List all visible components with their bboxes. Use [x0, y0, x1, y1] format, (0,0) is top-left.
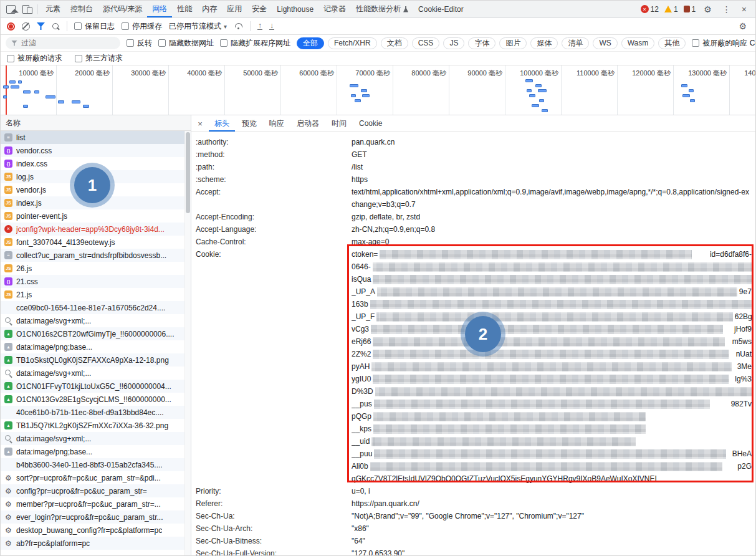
network-overview[interactable]: 10000 毫秒20000 毫秒30000 毫秒40000 毫秒50000 毫秒… — [1, 65, 755, 115]
request-list-scrollbar[interactable] — [184, 131, 191, 556]
request-row[interactable]: JSpointer-event.js — [1, 209, 191, 223]
request-row[interactable]: ⚙member?pr=ucpro&fr=pc&uc_param_str=... — [1, 497, 191, 510]
request-row[interactable]: ▲data:image/png;base... — [1, 445, 191, 458]
throttling-select[interactable]: 已停用节流模式 ▾ — [169, 21, 227, 32]
request-row[interactable]: {}vendor.css — [1, 144, 191, 157]
request-name: ab?fr=pc&platform=pc — [16, 539, 90, 548]
preserve-log-checkbox[interactable]: 保留日志 — [74, 21, 115, 32]
request-row[interactable]: data:image/svg+xml;... — [1, 432, 191, 445]
scrollbar-thumb[interactable] — [186, 132, 190, 213]
invert-checkbox[interactable]: 反转 — [127, 38, 152, 49]
hide-extension-urls-checkbox[interactable]: 隐藏扩展程序网址 — [220, 38, 290, 49]
tab-记录器[interactable]: 记录器 — [318, 1, 351, 17]
name-column-header[interactable]: 名称 — [1, 115, 191, 131]
details-tab-时间[interactable]: 时间 — [326, 115, 352, 132]
filter-input[interactable] — [21, 39, 115, 47]
request-row[interactable]: JSvendor.js — [1, 183, 191, 196]
request-row[interactable]: ▲O1CN016s2CBT20wfGimyTje_!!6000000006...… — [1, 327, 191, 340]
request-row[interactable]: JSlog.js — [1, 170, 191, 183]
tab-内存[interactable]: 内存 — [197, 1, 222, 17]
filter-input-box[interactable] — [6, 37, 120, 49]
request-row[interactable]: ▲TB1oSkstQL0gK0jSZFAXXcA9pXa-12-18.png — [1, 353, 191, 367]
request-row[interactable]: ▲O1CN01FFvyT01kjLtoUxG5C_!!6000000004... — [1, 380, 191, 393]
request-row[interactable]: JS21.js — [1, 288, 191, 301]
request-row[interactable]: 40ce61b0-b71b-11ec-8bef-d9a13bbd84ec.... — [1, 406, 191, 419]
request-row[interactable]: ⚙ever_login?pr=ucpro&fr=pc&uc_param_str.… — [1, 510, 191, 524]
request-row[interactable]: ⚙desktop_buwang_config?fr=pc&platform=pc — [1, 524, 191, 537]
checkbox-icon — [692, 39, 699, 47]
export-har-icon[interactable]: ↓ — [269, 22, 274, 30]
import-har-icon[interactable]: ↑ — [257, 22, 262, 30]
request-row[interactable]: ⚙ab?fr=pc&platform=pc — [1, 537, 191, 550]
console-warnings-badge[interactable]: 1 — [664, 5, 678, 14]
request-row[interactable]: JSfont_3307044_4l139eotewy.js — [1, 236, 191, 249]
filter-chip-Fetch/XHR[interactable]: Fetch/XHR — [328, 37, 377, 49]
tab-源代码/来源[interactable]: 源代码/来源 — [98, 1, 147, 17]
tab-Lighthouse[interactable]: Lighthouse — [272, 1, 318, 17]
request-row[interactable]: cce09bc0-1654-11ee-81e7-a167056c2d24.... — [1, 301, 191, 314]
request-row[interactable]: ⚙sort?pr=ucpro&fr=pc&uc_param_str=&pdi..… — [1, 471, 191, 484]
issues-badge[interactable]: 1 — [684, 5, 696, 14]
filter-chip-媒体[interactable]: 媒体 — [530, 37, 558, 49]
request-row[interactable]: ⚙config?pr=ucpro&fr=pc&uc_param_str= — [1, 484, 191, 497]
request-row[interactable]: ≡collect?uc_param_str=dndsfrpfbibdosvess… — [1, 249, 191, 262]
pixelated-redaction-block — [374, 449, 726, 459]
filter-chip-文档[interactable]: 文档 — [381, 37, 408, 49]
close-devtools-icon[interactable]: × — [739, 5, 749, 14]
request-row[interactable]: {}21.css — [1, 275, 191, 288]
request-row[interactable]: {}index.css — [1, 157, 191, 170]
filter-icon[interactable] — [37, 22, 45, 30]
request-row[interactable]: ▲TB1J5Q7tKL2gK0jSZFmXXc7iXXa-36-32.png — [1, 419, 191, 432]
details-tab-标头[interactable]: 标头 — [209, 115, 235, 132]
filter-chip-图片[interactable]: 图片 — [499, 37, 527, 49]
search-icon[interactable] — [52, 22, 60, 31]
request-row[interactable]: ×jconfig?wpk-header=app%3Dcy68jy8t-3i4d.… — [1, 223, 191, 236]
request-row[interactable]: data:image/svg+xml;... — [1, 367, 191, 380]
close-details-icon[interactable]: × — [193, 115, 208, 132]
request-row[interactable]: b4bb3600-34e0-11ed-8bf3-015ab2cfa345.... — [1, 458, 191, 471]
filter-chip-CSS[interactable]: CSS — [412, 37, 440, 49]
header-name: Sec-Ch-Ua-Full-Version: — [196, 547, 352, 556]
filter-chip-字体[interactable]: 字体 — [468, 37, 495, 49]
inspect-element-icon[interactable] — [6, 5, 16, 14]
kebab-menu-icon[interactable]: ⋮ — [720, 5, 734, 14]
details-tab-响应[interactable]: 响应 — [264, 115, 290, 132]
request-row[interactable]: ▲data:image/png;base... — [1, 340, 191, 353]
device-toolbar-icon[interactable] — [22, 5, 32, 13]
request-row[interactable]: JS26.js — [1, 262, 191, 275]
network-settings-gear-icon[interactable]: ⚙ — [736, 22, 749, 31]
filter-chip-清单[interactable]: 清单 — [562, 37, 589, 49]
blocked-requests-checkbox[interactable]: 被屏蔽的请求 — [7, 53, 62, 64]
console-errors-badge[interactable]: × 12 — [641, 5, 659, 14]
request-row[interactable]: data:image/svg+xml;... — [1, 314, 191, 327]
tab-网络[interactable]: 网络 — [147, 1, 172, 17]
clear-network-log-icon[interactable] — [22, 22, 30, 31]
tab-元素[interactable]: 元素 — [41, 1, 65, 17]
disable-cache-checkbox[interactable]: 停用缓存 — [122, 21, 162, 32]
blocked-response-cookies-checkbox[interactable]: 被屏蔽的响应 Cookie — [692, 38, 756, 49]
tab-控制台[interactable]: 控制台 — [65, 1, 98, 17]
filter-chip-Wasm[interactable]: Wasm — [621, 37, 655, 49]
network-conditions-icon[interactable] — [234, 22, 243, 30]
record-network-log-icon[interactable] — [7, 22, 15, 31]
request-row[interactable]: ▲O1CN013Gv28E1gScycjCLMS_!!600000000... — [1, 393, 191, 406]
hide-data-urls-checkbox[interactable]: 隐藏数据网址 — [158, 38, 214, 49]
header-value: /list — [352, 161, 752, 173]
request-row[interactable]: ≡list — [1, 131, 191, 144]
filter-chip-JS[interactable]: JS — [443, 37, 464, 49]
settings-gear-icon[interactable]: ⚙ — [701, 5, 714, 14]
request-row[interactable]: JSindex.js — [1, 196, 191, 209]
details-tab-启动器[interactable]: 启动器 — [291, 115, 325, 132]
third-party-requests-checkbox[interactable]: 第三方请求 — [75, 53, 123, 64]
tab-性能[interactable]: 性能 — [172, 1, 197, 17]
tab-性能数据分析[interactable]: 性能数据分析 — [351, 1, 413, 17]
tab-安全[interactable]: 安全 — [247, 1, 272, 17]
tab-应用[interactable]: 应用 — [222, 1, 247, 17]
filter-chip-全部[interactable]: 全部 — [297, 37, 324, 49]
header-value: https — [352, 173, 752, 186]
tab-Cookie-Editor[interactable]: Cookie-Editor — [413, 1, 469, 17]
filter-chip-其他[interactable]: 其他 — [658, 37, 686, 49]
details-tab-Cookie[interactable]: Cookie — [353, 115, 388, 132]
filter-chip-WS[interactable]: WS — [593, 37, 617, 49]
details-tab-预览[interactable]: 预览 — [236, 115, 262, 132]
